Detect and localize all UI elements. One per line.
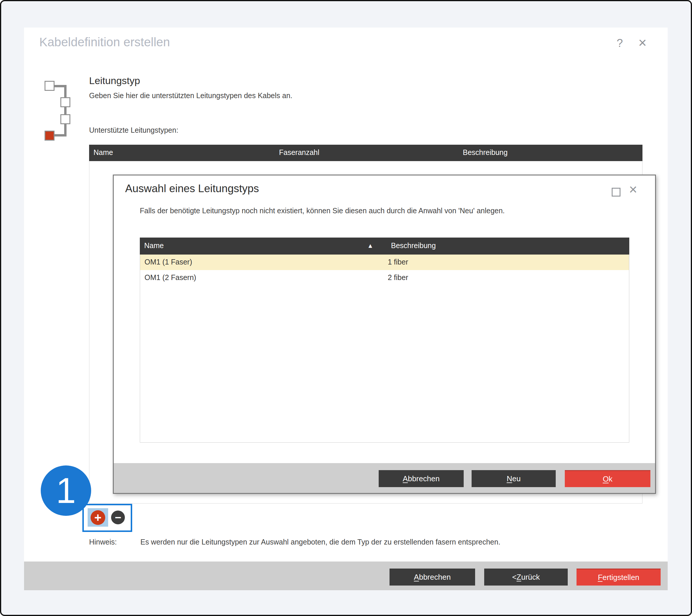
column-header-beschreibung[interactable]: Beschreibung (391, 241, 436, 250)
label-part: bbrechen (408, 474, 439, 483)
label-part: urück (521, 573, 540, 582)
step-connector (64, 85, 66, 136)
dialog-ok-button[interactable]: Ok (565, 470, 650, 487)
back-button[interactable]: < Zurück (484, 569, 568, 586)
label-part: < (512, 573, 517, 582)
table-row-selected[interactable]: OM1 (1 Faser) 1 fiber (140, 255, 629, 270)
dialog-title: Auswahl eines Leitungstyps (125, 182, 259, 195)
table-header: Name Faseranzahl Beschreibung (89, 145, 643, 161)
wizard-steps-icon (44, 80, 72, 143)
label-part: A (414, 573, 419, 582)
sort-ascending-icon[interactable]: ▲ (367, 242, 373, 249)
supported-types-label: Unterstützte Leitungstypen: (89, 126, 178, 134)
annotation-step-badge: 1 (41, 465, 91, 516)
maximize-icon[interactable] (612, 188, 621, 197)
hint-label: Hinweis: (89, 538, 117, 546)
column-header-name[interactable]: Name (93, 148, 113, 157)
step-square-3 (60, 114, 70, 124)
cell-description: 1 fiber (388, 258, 408, 266)
table-row[interactable]: OM1 (2 Fasern) 2 fiber (140, 270, 629, 286)
label-part: eu (512, 474, 521, 483)
step-square-current (45, 131, 55, 140)
label-part: Z (517, 573, 521, 582)
label-part: bbrechen (419, 573, 450, 582)
cell-name: OM1 (1 Faser) (145, 258, 192, 266)
step-square-1 (45, 81, 55, 91)
help-icon[interactable]: ? (617, 37, 623, 49)
line-type-selection-dialog: Auswahl eines Leitungstyps × Falls der b… (113, 175, 656, 494)
label-part: F (598, 573, 603, 582)
window-title: Kabeldefinition erstellen (39, 35, 170, 49)
label-part: ertigstellen (603, 573, 639, 582)
dialog-cancel-button[interactable]: Abbrechen (379, 470, 464, 487)
finish-button[interactable]: Fertigstellen (576, 569, 660, 586)
label-part: A (403, 474, 408, 483)
column-header-faseranzahl[interactable]: Faseranzahl (279, 148, 319, 157)
column-header-name[interactable]: Name (144, 241, 164, 250)
screenshot-frame: Kabeldefinition erstellen ? × Leitungsty… (0, 0, 692, 616)
step-connector (55, 134, 66, 136)
hint-text: Es werden nur die Leitungstypen zur Ausw… (140, 538, 500, 546)
label-part: k (609, 475, 613, 484)
column-header-beschreibung[interactable]: Beschreibung (463, 148, 508, 157)
cell-name: OM1 (2 Fasern) (145, 273, 196, 282)
page-title: Leitungstyp (89, 75, 140, 86)
annotation-highlight-box (82, 504, 132, 532)
dialog-new-button[interactable]: Neu (471, 470, 556, 487)
close-icon[interactable]: × (638, 35, 647, 51)
line-type-table[interactable]: Name ▲ Beschreibung OM1 (1 Faser) 1 fibe… (140, 238, 629, 443)
cancel-button[interactable]: Abbrechen (390, 569, 475, 586)
cell-description: 2 fiber (388, 273, 408, 282)
dialog-description: Falls der benötigte Leitungstyp noch nic… (140, 206, 505, 215)
label-part: N (507, 474, 512, 483)
dialog-table-header: Name ▲ Beschreibung (140, 238, 629, 255)
page-description: Geben Sie hier die unterstützten Leitung… (89, 91, 293, 100)
dialog-footer: Abbrechen Neu Ok (114, 463, 655, 493)
step-square-2 (60, 97, 70, 107)
window-footer: Abbrechen < Zurück Fertigstellen (24, 562, 668, 590)
label-part: O (603, 475, 608, 484)
dialog-close-icon[interactable]: × (629, 181, 637, 197)
